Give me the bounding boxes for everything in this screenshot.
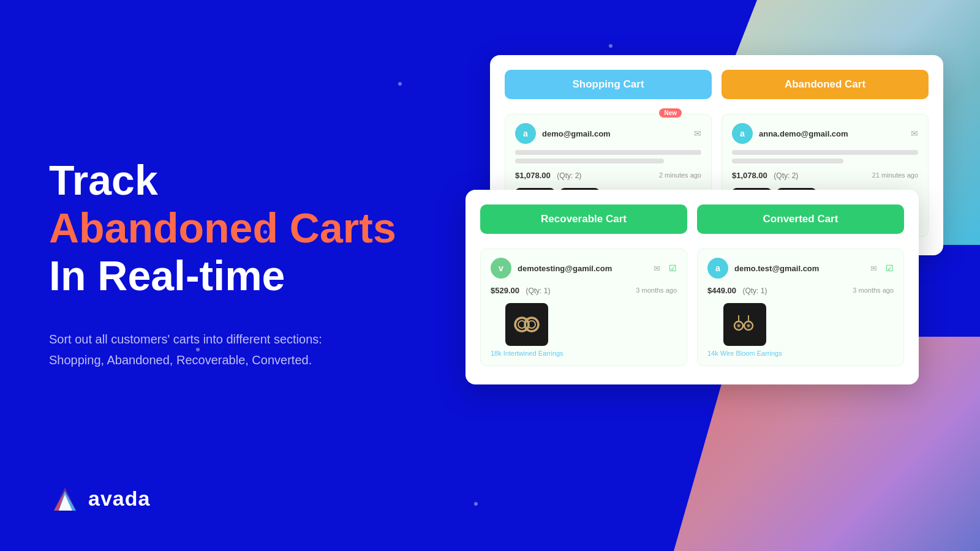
recoverable-qty: (Qty: 1) — [526, 287, 550, 295]
logo-area: avada — [49, 482, 150, 514]
converted-email: demo.test@gmail.com — [734, 264, 864, 273]
shopping-cart-header[interactable]: Shopping Cart — [505, 70, 712, 99]
placeholder-line-2 — [515, 159, 664, 163]
converted-price-block: $449.00 (Qty: 1) — [707, 285, 767, 296]
recoverable-item-header: v demotesting@gamil.com ✉ ☑ — [491, 258, 677, 279]
recoverable-meta: $529.00 (Qty: 1) 3 months ago — [491, 285, 677, 296]
converted-send-icon[interactable]: ✉ — [870, 264, 877, 273]
recoverable-product-thumb — [505, 303, 548, 346]
recoverable-price: $529.00 — [491, 286, 519, 295]
converted-product-thumb — [723, 303, 766, 346]
recoverable-product-label: 18k Intertwined Earrings — [491, 350, 564, 357]
description-text: Sort out all customers' carts into diffe… — [49, 329, 343, 370]
abandoned-price-block: $1,078.00 (Qty: 2) — [732, 170, 798, 181]
shopping-placeholder — [515, 150, 701, 163]
svg-point-6 — [525, 318, 538, 331]
abandoned-email: anna.demo@gmail.com — [759, 129, 905, 138]
converted-product-label: 14k Wire Bloom Earrings — [707, 350, 782, 357]
converted-cart-item: a demo.test@gmail.com ✉ ☑ $449.00 (Qty: … — [697, 249, 904, 366]
ab-placeholder-line-2 — [732, 159, 843, 163]
converted-time: 3 months ago — [853, 287, 894, 294]
hoop-earrings-icon — [511, 309, 542, 340]
logo-text: avada — [88, 487, 150, 511]
dot-2 — [609, 44, 612, 48]
recoverable-cart-header[interactable]: Recoverable Cart — [480, 204, 687, 234]
headline-line3: In Real-time — [49, 252, 404, 299]
shopping-qty: (Qty: 2) — [557, 171, 581, 180]
recoverable-price-block: $529.00 (Qty: 1) — [491, 285, 550, 296]
abandoned-item-header: a anna.demo@gmail.com ✉ — [732, 123, 918, 144]
abandoned-send-icon[interactable]: ✉ — [911, 129, 918, 138]
abandoned-qty: (Qty: 2) — [774, 171, 798, 180]
shopping-price: $1,078.00 — [515, 171, 551, 180]
shopping-time: 2 minutes ago — [659, 171, 701, 179]
recoverable-product-item: 18k Intertwined Earrings — [491, 303, 564, 357]
shopping-email: demo@gmail.com — [542, 129, 688, 138]
converted-qty: (Qty: 1) — [742, 287, 767, 295]
shopping-avatar: a — [515, 123, 536, 144]
recoverable-time: 3 months ago — [636, 287, 677, 294]
headline-block: Track Abandoned Carts In Real-time — [49, 156, 404, 300]
shopping-send-icon[interactable]: ✉ — [694, 129, 701, 138]
converted-whatsapp-icon[interactable]: ☑ — [886, 263, 894, 273]
headline-line2: Abandoned Carts — [49, 204, 404, 252]
recoverable-email: demotesting@gamil.com — [518, 264, 647, 273]
converted-cart-header[interactable]: Converted Cart — [697, 204, 904, 234]
converted-item-header: a demo.test@gmail.com ✉ ☑ — [707, 258, 894, 279]
recoverable-product: 18k Intertwined Earrings — [491, 303, 677, 357]
cards-area: Shopping Cart Abandoned Cart New a demo@… — [466, 55, 943, 520]
converted-meta: $449.00 (Qty: 1) 3 months ago — [707, 285, 894, 296]
abandoned-price: $1,078.00 — [732, 171, 767, 180]
svg-point-16 — [747, 325, 749, 327]
converted-avatar: a — [707, 258, 728, 279]
front-card-headers: Recoverable Cart Converted Cart — [480, 204, 904, 234]
placeholder-line-1 — [515, 150, 701, 155]
back-card-headers: Shopping Cart Abandoned Cart — [505, 70, 929, 99]
left-panel: Track Abandoned Carts In Real-time Sort … — [49, 0, 404, 551]
abandoned-time: 21 minutes ago — [872, 171, 918, 179]
shopping-price-block: $1,078.00 (Qty: 2) — [515, 170, 581, 181]
avada-logo-icon — [49, 482, 81, 514]
headline-line1: Track — [49, 156, 404, 204]
drop-earrings-icon — [729, 309, 760, 340]
recoverable-whatsapp-icon[interactable]: ☑ — [669, 263, 677, 273]
abandoned-avatar: a — [732, 123, 753, 144]
recoverable-avatar: v — [491, 258, 511, 279]
recoverable-send-icon[interactable]: ✉ — [654, 264, 660, 273]
shopping-meta: $1,078.00 (Qty: 2) 2 minutes ago — [515, 170, 701, 181]
svg-point-15 — [737, 325, 739, 327]
new-badge: New — [659, 108, 682, 118]
front-card-items: v demotesting@gamil.com ✉ ☑ $529.00 (Qty… — [480, 249, 904, 366]
converted-price: $449.00 — [707, 286, 736, 295]
converted-product-item: 14k Wire Bloom Earrings — [707, 303, 782, 357]
abandoned-meta: $1,078.00 (Qty: 2) 21 minutes ago — [732, 170, 918, 181]
front-card: Recoverable Cart Converted Cart v demote… — [466, 190, 919, 384]
ab-placeholder-line-1 — [732, 150, 918, 155]
recoverable-cart-item: v demotesting@gamil.com ✉ ☑ $529.00 (Qty… — [480, 249, 687, 366]
converted-product: 14k Wire Bloom Earrings — [707, 303, 894, 357]
abandoned-placeholder — [732, 150, 918, 163]
abandoned-cart-header[interactable]: Abandoned Cart — [722, 70, 929, 99]
shopping-item-header: a demo@gmail.com ✉ — [515, 123, 701, 144]
